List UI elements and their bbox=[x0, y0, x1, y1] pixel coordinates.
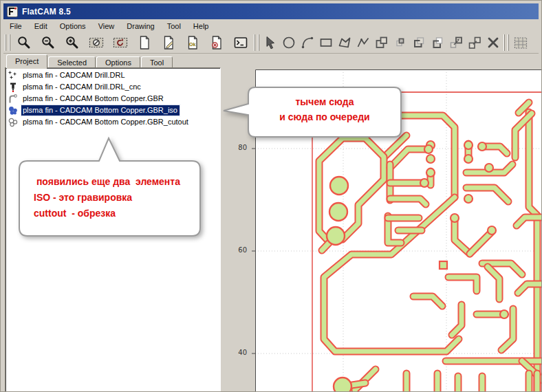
drill-file-icon bbox=[8, 70, 19, 81]
menu-item-view[interactable]: View bbox=[92, 21, 121, 32]
menu-item-help[interactable]: Help bbox=[187, 21, 215, 32]
circle-icon bbox=[281, 35, 296, 50]
move-button[interactable] bbox=[446, 33, 465, 52]
tab-options[interactable]: Options bbox=[96, 56, 140, 68]
zoom-out-icon bbox=[41, 35, 56, 50]
rectangle-button[interactable] bbox=[316, 33, 335, 52]
clear-plot-icon bbox=[89, 35, 104, 50]
menu-item-drawing[interactable]: Drawing bbox=[120, 21, 160, 32]
clear-plot-button[interactable] bbox=[84, 33, 108, 52]
tab-selected[interactable]: Selected bbox=[48, 56, 96, 68]
zoom-in-icon bbox=[65, 35, 80, 50]
intersection-icon bbox=[393, 35, 408, 50]
zoom-in-button[interactable] bbox=[60, 33, 84, 52]
tree-item-label: plsma fin - CADCAM Drill.DRL_cnc bbox=[21, 82, 143, 92]
union-icon bbox=[374, 35, 389, 50]
tree-item-drl-cnc[interactable]: plsma fin - CADCAM Drill.DRL_cnc bbox=[6, 81, 220, 93]
tab-bar: ProjectSelectedOptionsTool bbox=[6, 55, 173, 68]
tree-item-label: plsma fin - CADCAM Bottom Copper.GBR_cut… bbox=[21, 117, 191, 127]
callout-click-here-text: тычем сюдаи сюда по очереди bbox=[248, 94, 401, 124]
toolbar: Ok bbox=[3, 32, 539, 54]
delete-button[interactable] bbox=[484, 33, 502, 52]
menubar: FileEditOptionsViewDrawingToolHelp bbox=[3, 19, 539, 32]
toolbar-handle[interactable] bbox=[5, 34, 6, 51]
tree-item-gbr-cutout[interactable]: plsma fin - CADCAM Bottom Copper.GBR_cut… bbox=[6, 116, 220, 128]
tree-item-gbr[interactable]: plsma fin - CADCAM Bottom Copper.GBR bbox=[6, 93, 220, 105]
grid-snap-button[interactable] bbox=[510, 33, 531, 52]
menu-item-edit[interactable]: Edit bbox=[28, 21, 54, 32]
cut-button[interactable] bbox=[428, 33, 446, 52]
tree-item-gbr-iso[interactable]: plsma fin - CADCAM Bottom Copper.GBR_iso bbox=[6, 105, 220, 116]
replot-button[interactable] bbox=[108, 33, 132, 52]
titlebar[interactable]: FlatCAM 8.5 bbox=[3, 3, 539, 19]
polyline-icon bbox=[356, 35, 371, 50]
y-tick-80: 80 bbox=[232, 144, 247, 151]
subtract-button[interactable] bbox=[409, 33, 428, 52]
callout-line: появились еще два элемента bbox=[34, 174, 197, 190]
menu-item-options[interactable]: Options bbox=[54, 21, 92, 32]
arc-icon bbox=[300, 35, 315, 50]
tree-item-drl[interactable]: plsma fin - CADCAM Drill.DRL bbox=[6, 69, 220, 81]
zoom-out-button[interactable] bbox=[36, 33, 60, 52]
shell-icon bbox=[233, 35, 248, 50]
open-project-button[interactable] bbox=[156, 33, 180, 52]
y-tick-60: 60 bbox=[232, 246, 247, 254]
open-project-icon bbox=[161, 35, 176, 50]
callout-line: ISO - это гравировка bbox=[34, 190, 197, 206]
tab-tool[interactable]: Tool bbox=[141, 56, 173, 68]
move-icon bbox=[448, 35, 464, 50]
callout-line: и сюда по очереди bbox=[248, 109, 401, 124]
toolbar-handle[interactable] bbox=[508, 34, 509, 51]
toolbar-handle[interactable] bbox=[9, 34, 10, 51]
zoom-fit-icon bbox=[17, 35, 32, 50]
save-project-icon: Ok bbox=[185, 35, 200, 50]
intersection-button[interactable] bbox=[391, 33, 409, 52]
zoom-fit-button[interactable] bbox=[12, 33, 36, 52]
polyline-button[interactable] bbox=[354, 33, 372, 52]
toolbar-handle[interactable] bbox=[503, 34, 505, 51]
callout-line: cuttout - обрезка bbox=[34, 206, 197, 221]
replot-icon bbox=[113, 35, 128, 50]
polygon-icon bbox=[337, 35, 352, 50]
drill-cnc-icon bbox=[8, 82, 19, 93]
new-project-icon bbox=[137, 35, 152, 50]
y-tick-40: 40 bbox=[232, 349, 247, 356]
save-project-button[interactable]: Ok bbox=[180, 33, 204, 52]
grid-snap-icon bbox=[513, 35, 528, 50]
rectangle-icon bbox=[318, 35, 334, 50]
copy-button[interactable] bbox=[465, 33, 484, 52]
snap-toolbar bbox=[510, 33, 531, 52]
gerber-icon bbox=[8, 94, 19, 105]
tree-item-label: plsma fin - CADCAM Bottom Copper.GBR bbox=[21, 94, 166, 104]
callout-new-elements-text: появились еще два элементаISO - это грав… bbox=[34, 174, 197, 221]
union-button[interactable] bbox=[372, 33, 391, 52]
tree-item-label: plsma fin - CADCAM Drill.DRL bbox=[21, 70, 127, 80]
toolbar-handle[interactable] bbox=[254, 34, 255, 51]
circle-button[interactable] bbox=[279, 33, 298, 52]
polygon-button[interactable] bbox=[335, 33, 354, 52]
pointer-button[interactable] bbox=[261, 33, 279, 52]
flatcam-window: FlatCAM 8.5 FileEditOptionsViewDrawingTo… bbox=[0, 0, 542, 392]
pointer-icon bbox=[263, 35, 278, 50]
menu-item-tool[interactable]: Tool bbox=[161, 21, 187, 32]
delete-icon bbox=[486, 35, 501, 50]
geometry-cutout-icon bbox=[8, 117, 19, 128]
arc-button[interactable] bbox=[298, 33, 316, 52]
close-project-button[interactable] bbox=[204, 33, 228, 52]
svg-text:Ok: Ok bbox=[189, 42, 195, 47]
close-project-icon bbox=[209, 35, 224, 50]
menu-item-file[interactable]: File bbox=[3, 21, 28, 32]
app-icon bbox=[7, 6, 18, 17]
geometry-iso-icon bbox=[8, 105, 19, 116]
tab-project[interactable]: Project bbox=[6, 54, 47, 68]
cut-icon bbox=[430, 35, 445, 50]
toolbar-handle[interactable] bbox=[258, 34, 259, 51]
shell-button[interactable] bbox=[228, 33, 252, 52]
copy-icon bbox=[467, 35, 482, 50]
tree-item-label: plsma fin - CADCAM Bottom Copper.GBR_iso bbox=[21, 105, 180, 116]
new-project-button[interactable] bbox=[132, 33, 156, 52]
subtract-icon bbox=[411, 35, 426, 50]
geometry-toolbar bbox=[261, 33, 502, 52]
callout-line: тычем сюда bbox=[248, 94, 401, 109]
window-title: FlatCAM 8.5 bbox=[22, 7, 71, 17]
